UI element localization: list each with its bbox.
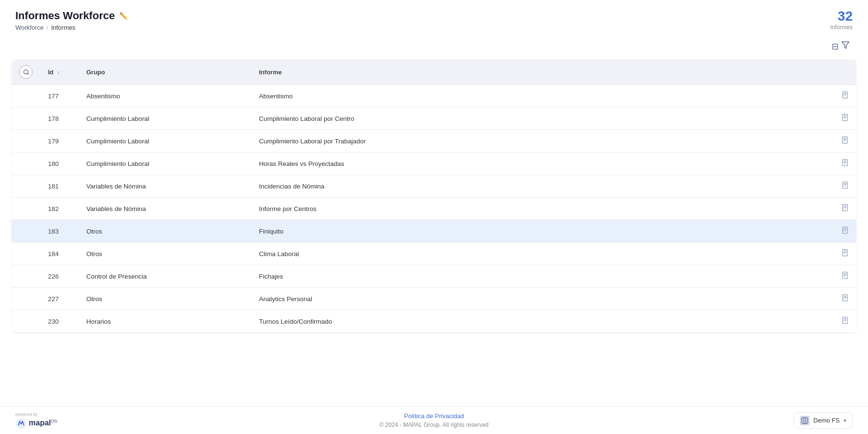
th-search bbox=[12, 59, 40, 85]
doc-svg bbox=[841, 159, 849, 166]
th-informe-label: Informe bbox=[259, 69, 282, 76]
edit-icon[interactable]: ✏️ bbox=[119, 12, 128, 20]
mapal-name: mapalOS bbox=[29, 419, 57, 427]
row-search-cell bbox=[12, 265, 40, 288]
document-icon[interactable] bbox=[841, 205, 849, 213]
document-icon[interactable] bbox=[841, 115, 849, 123]
breadcrumb-parent[interactable]: Workforce bbox=[15, 24, 44, 31]
count-number: 32 bbox=[838, 10, 853, 23]
demo-selector[interactable]: Demo FS ▾ bbox=[794, 412, 853, 429]
th-action bbox=[833, 59, 856, 85]
row-action[interactable] bbox=[833, 265, 856, 288]
filter-funnel-icon: ⊟ bbox=[832, 42, 839, 51]
row-search-cell bbox=[12, 85, 40, 107]
row-id: 226 bbox=[40, 265, 79, 288]
row-action[interactable] bbox=[833, 175, 856, 198]
row-action[interactable] bbox=[833, 85, 856, 107]
footer-logo: powered by mapalOS bbox=[15, 412, 57, 429]
row-grupo: Otros bbox=[79, 288, 251, 310]
row-id: 177 bbox=[40, 85, 79, 107]
row-action[interactable] bbox=[833, 288, 856, 310]
search-button[interactable] bbox=[19, 65, 33, 79]
table-row[interactable]: 178 Cumplimiento Laboral Cumplimiento La… bbox=[12, 107, 856, 130]
row-id: 182 bbox=[40, 198, 79, 220]
table-row[interactable]: 226 Control de Presencia Fichajes bbox=[12, 265, 856, 288]
row-action[interactable] bbox=[833, 310, 856, 333]
demo-label: Demo FS bbox=[813, 417, 840, 424]
table-row[interactable]: 182 Variables de Nómina Informe por Cent… bbox=[12, 198, 856, 220]
header-left: Informes Workforce ✏️ Workforce / Inform… bbox=[15, 10, 128, 31]
svg-rect-3 bbox=[843, 92, 848, 98]
row-informe: Analytics Personal bbox=[251, 288, 833, 310]
row-search-cell bbox=[12, 175, 40, 198]
th-id[interactable]: Id ↑ bbox=[40, 59, 79, 85]
table-row[interactable]: 181 Variables de Nómina Incidencias de N… bbox=[12, 175, 856, 198]
document-icon[interactable] bbox=[841, 272, 849, 281]
row-search-cell bbox=[12, 198, 40, 220]
row-grupo: Cumplimiento Laboral bbox=[79, 152, 251, 175]
table-row[interactable]: 177 Absentismo Absentismo bbox=[12, 85, 856, 107]
row-informe: Cumplimiento Laboral por Trabajador bbox=[251, 130, 833, 152]
reports-table: Id ↑ Grupo Informe 177 Absentismo Absent… bbox=[12, 59, 856, 333]
doc-svg bbox=[841, 136, 849, 144]
row-informe: Horas Reales vs Proyectadas bbox=[251, 152, 833, 175]
document-icon[interactable] bbox=[841, 160, 849, 168]
doc-svg bbox=[841, 317, 849, 324]
footer: powered by mapalOS Política de Privacida… bbox=[0, 406, 868, 434]
breadcrumb-separator: / bbox=[47, 24, 48, 31]
document-icon[interactable] bbox=[841, 295, 849, 303]
chevron-down-icon: ▾ bbox=[844, 417, 846, 424]
document-icon[interactable] bbox=[841, 92, 849, 100]
doc-svg bbox=[841, 226, 849, 234]
svg-rect-19 bbox=[843, 182, 848, 188]
row-action[interactable] bbox=[833, 220, 856, 243]
th-informe: Informe bbox=[251, 59, 833, 85]
powered-by-text: powered by bbox=[15, 412, 38, 417]
row-informe: Cumplimiento Laboral por Centro bbox=[251, 107, 833, 130]
svg-marker-0 bbox=[842, 42, 849, 48]
table-body: 177 Absentismo Absentismo 178 Cumplimien… bbox=[12, 85, 856, 333]
row-informe: Fichajes bbox=[251, 265, 833, 288]
svg-line-2 bbox=[27, 73, 28, 74]
row-action[interactable] bbox=[833, 243, 856, 265]
document-icon[interactable] bbox=[841, 250, 849, 258]
svg-rect-23 bbox=[843, 204, 848, 211]
table-row[interactable]: 230 Horarios Turnos Leído/Confirmado bbox=[12, 310, 856, 333]
privacy-link[interactable]: Política de Privacidad bbox=[379, 412, 489, 420]
doc-svg bbox=[841, 91, 849, 99]
row-action[interactable] bbox=[833, 152, 856, 175]
row-grupo: Absentismo bbox=[79, 85, 251, 107]
table-row[interactable]: 227 Otros Analytics Personal bbox=[12, 288, 856, 310]
row-informe: Absentismo bbox=[251, 85, 833, 107]
table-row[interactable]: 179 Cumplimiento Laboral Cumplimiento La… bbox=[12, 130, 856, 152]
svg-rect-48 bbox=[802, 418, 808, 423]
row-id: 227 bbox=[40, 288, 79, 310]
svg-rect-15 bbox=[843, 159, 848, 165]
breadcrumb: Workforce / Informes bbox=[15, 24, 128, 31]
document-icon[interactable] bbox=[841, 182, 849, 190]
table-row[interactable]: 180 Cumplimiento Laboral Horas Reales vs… bbox=[12, 152, 856, 175]
row-action[interactable] bbox=[833, 107, 856, 130]
row-id: 179 bbox=[40, 130, 79, 152]
building-icon bbox=[801, 417, 809, 424]
row-grupo: Horarios bbox=[79, 310, 251, 333]
document-icon[interactable] bbox=[841, 137, 849, 145]
filter-button[interactable]: ⊟ bbox=[829, 39, 853, 54]
doc-svg bbox=[841, 271, 849, 279]
document-icon[interactable] bbox=[841, 227, 849, 235]
row-informe: Turnos Leído/Confirmado bbox=[251, 310, 833, 333]
search-icon bbox=[23, 69, 29, 75]
th-grupo: Grupo bbox=[79, 59, 251, 85]
doc-svg bbox=[841, 114, 849, 121]
page-header: Informes Workforce ✏️ Workforce / Inform… bbox=[0, 0, 868, 35]
table-row[interactable]: 184 Otros Clima Laboral bbox=[12, 243, 856, 265]
table-row[interactable]: 183 Otros Finiquito bbox=[12, 220, 856, 243]
document-icon[interactable] bbox=[841, 317, 849, 326]
footer-center: Política de Privacidad © 2024 - MAPAL Gr… bbox=[379, 412, 489, 428]
row-grupo: Control de Presencia bbox=[79, 265, 251, 288]
row-id: 180 bbox=[40, 152, 79, 175]
row-action[interactable] bbox=[833, 198, 856, 220]
row-action[interactable] bbox=[833, 130, 856, 152]
row-id: 183 bbox=[40, 220, 79, 243]
row-grupo: Otros bbox=[79, 243, 251, 265]
